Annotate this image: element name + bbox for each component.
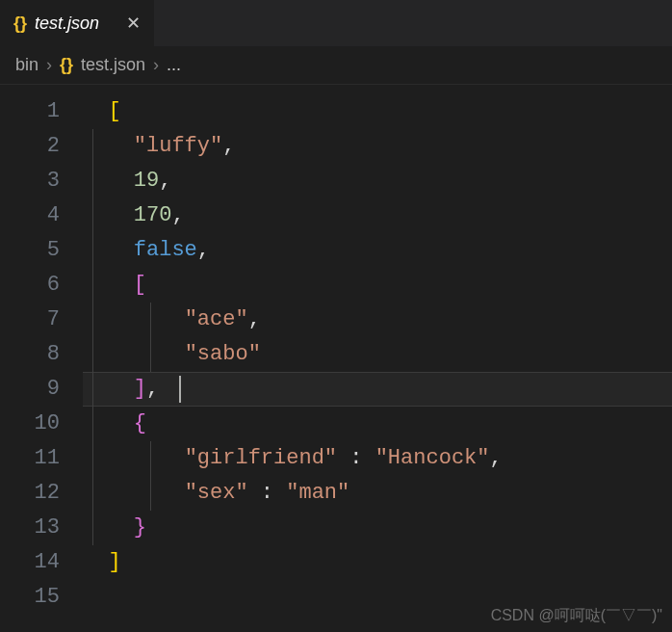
json-file-icon: {} [60,55,73,75]
code-line[interactable]: [ [83,94,672,129]
line-number: 15 [0,580,83,615]
chevron-right-icon: › [153,55,159,75]
breadcrumb-file[interactable]: test.json [81,55,145,75]
json-file-icon: {} [13,13,27,34]
code-line[interactable]: } [83,511,672,545]
line-number: 4 [0,198,83,233]
code-line[interactable]: "luffy", [83,129,672,164]
line-number: 12 [0,476,83,511]
line-number: 7 [0,303,83,337]
code-line[interactable]: false, [83,233,672,268]
code-line[interactable]: 19, [83,164,672,198]
code-line[interactable]: "ace", [83,303,672,337]
line-number: 3 [0,164,83,198]
tab-filename: test.json [35,13,99,34]
close-icon[interactable]: ✕ [107,13,141,34]
code-line[interactable]: { [83,407,672,441]
code-line[interactable]: "sabo" [83,337,672,372]
code-line[interactable]: ], [83,372,672,407]
line-number: 8 [0,337,83,372]
code-line[interactable]: "girlfriend" : "Hancock", [83,441,672,476]
tab-testjson[interactable]: {} test.json ✕ [0,0,154,46]
chevron-right-icon: › [46,55,52,75]
breadcrumb-folder[interactable]: bin [15,55,39,75]
line-number: 1 [0,94,83,129]
code-area[interactable]: [ "luffy", 19, 170, false, [ "ace", "sab… [83,85,672,632]
line-number: 6 [0,268,83,303]
line-number: 11 [0,441,83,476]
code-line[interactable]: 170, [83,198,672,233]
line-number: 13 [0,511,83,545]
breadcrumb[interactable]: bin › {} test.json › ... [0,46,672,85]
code-line[interactable]: [ [83,268,672,303]
line-number: 10 [0,407,83,441]
line-number: 14 [0,545,83,580]
code-line[interactable] [83,580,672,615]
breadcrumb-ellipsis[interactable]: ... [167,55,181,75]
tab-bar: {} test.json ✕ [0,0,672,46]
line-number: 2 [0,129,83,164]
line-number: 9 [0,372,83,407]
code-editor[interactable]: 123456789101112131415 [ "luffy", 19, 170… [0,85,672,632]
line-number-gutter: 123456789101112131415 [0,85,83,632]
code-line[interactable]: "sex" : "man" [83,476,672,511]
code-line[interactable]: ] [83,545,672,580]
line-number: 5 [0,233,83,268]
